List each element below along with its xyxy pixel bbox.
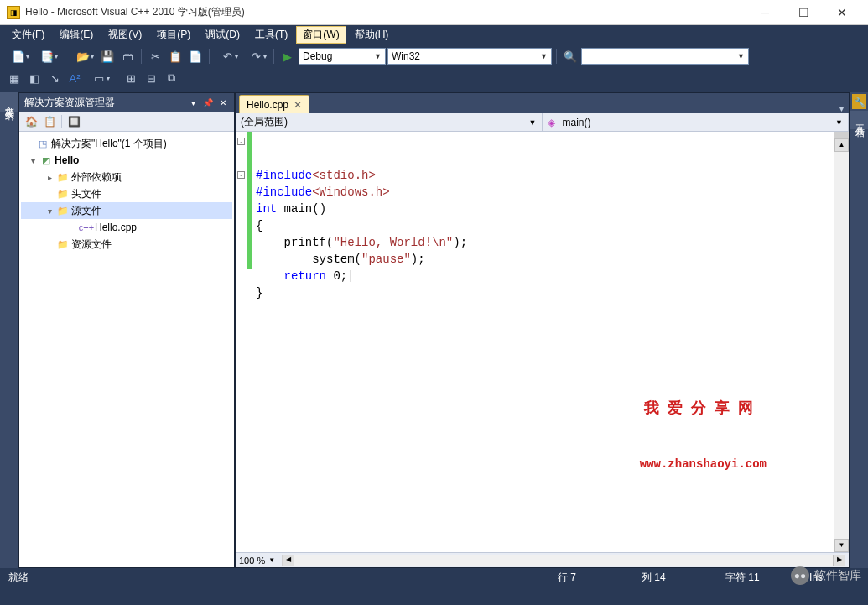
file-tab[interactable]: Hello.cpp ✕ <box>239 95 309 113</box>
code-line[interactable]: #include<stdio.h> <box>256 167 830 184</box>
tb2-btn5[interactable]: ▭ <box>86 69 112 87</box>
scroll-down-icon[interactable]: ▼ <box>834 539 849 552</box>
find-button[interactable]: 🔍 <box>561 47 580 65</box>
tb2-btn8[interactable]: ⧉ <box>162 69 180 87</box>
code-editor[interactable]: #include<stdio.h>#include<Windows.h>int … <box>252 132 834 552</box>
zoom-combo[interactable]: 100 %▼ <box>239 555 275 566</box>
tb2-btn6[interactable]: ⊞ <box>122 69 140 87</box>
sln-refresh-icon[interactable]: 📋 <box>41 113 58 130</box>
maximize-button[interactable]: ☐ <box>784 0 823 25</box>
tabstrip-dropdown-icon[interactable]: ▾ <box>834 104 849 113</box>
save-button[interactable]: 💾 <box>98 47 117 65</box>
horizontal-scrollbar[interactable]: ◀ ▶ <box>282 555 845 566</box>
solution-node[interactable]: ◳ 解决方案"Hello"(1 个项目) <box>21 135 232 152</box>
code-line[interactable]: printf("Hello, World!\n"); <box>256 234 830 251</box>
add-item-button[interactable]: 📑 <box>34 47 60 65</box>
menu-item[interactable]: 工具(T) <box>248 26 294 44</box>
menu-item[interactable]: 窗口(W) <box>296 26 346 44</box>
menu-item[interactable]: 视图(V) <box>101 26 148 44</box>
project-icon: ◩ <box>39 154 53 167</box>
tree-folder-node[interactable]: 📁资源文件 <box>21 236 232 253</box>
panel-dropdown-icon[interactable]: ▾ <box>187 96 199 108</box>
left-dock: 文档大纲 <box>0 92 18 568</box>
code-line[interactable]: } <box>256 284 830 301</box>
tb2-btn2[interactable]: ◧ <box>25 69 44 87</box>
start-debug-button[interactable]: ▶ <box>278 47 297 65</box>
menu-bar: 文件(F)编辑(E)视图(V)项目(P)调试(D)工具(T)窗口(W)帮助(H) <box>0 25 868 44</box>
method-icon: ◈ <box>548 117 559 128</box>
new-project-button[interactable]: 📄 <box>5 47 32 65</box>
open-file-button[interactable]: 📂 <box>70 47 96 65</box>
folder-open-icon: 📁 <box>56 204 70 217</box>
menu-item[interactable]: 项目(P) <box>150 26 197 44</box>
undo-button[interactable]: ↶ <box>214 47 241 65</box>
toolbox-tab[interactable]: 工具箱 <box>850 111 868 129</box>
folder-icon: 📁 <box>56 187 70 201</box>
tb2-btn7[interactable]: ⊟ <box>142 69 160 87</box>
watermark: 我爱分享网 www.zhanshaoyi.com <box>640 367 767 506</box>
solution-explorer-header: 解决方案资源管理器 ▾ 📌 ✕ <box>19 93 234 112</box>
collapse-toggle[interactable]: - <box>237 138 245 145</box>
sln-properties-icon[interactable]: 🔲 <box>65 113 82 130</box>
editor-tabstrip: Hello.cpp ✕ ▾ <box>236 93 849 113</box>
paste-button[interactable]: 📄 <box>186 47 205 65</box>
platform-combo[interactable]: Win32▼ <box>387 48 552 65</box>
code-line[interactable]: #include<Windows.h> <box>256 184 830 201</box>
solution-icon: ◳ <box>36 137 49 150</box>
title-bar: ◨ Hello - Microsoft Visual C++ 2010 学习版(… <box>0 0 868 25</box>
code-line[interactable]: int main() <box>256 201 830 217</box>
folder-icon: 📁 <box>56 237 70 251</box>
panel-close-icon[interactable]: ✕ <box>217 96 229 108</box>
nav-bar: (全局范围)▼ ◈ main()▼ <box>236 113 849 132</box>
doc-outline-tab[interactable]: 文档大纲 <box>0 92 18 112</box>
tb2-btn4[interactable]: A² <box>65 69 84 87</box>
minimize-button[interactable]: ─ <box>746 0 784 25</box>
tree-file-node[interactable]: c++Hello.cpp <box>21 219 232 236</box>
config-combo[interactable]: Debug▼ <box>299 48 386 65</box>
member-combo[interactable]: ◈ main()▼ <box>543 113 850 131</box>
project-node[interactable]: ▾ ◩ Hello <box>21 152 232 169</box>
code-line[interactable]: { <box>256 217 830 234</box>
file-tab-close-icon[interactable]: ✕ <box>294 99 302 111</box>
cpp-file-icon: c++ <box>80 221 93 234</box>
sln-home-icon[interactable]: 🏠 <box>23 113 39 130</box>
menu-item[interactable]: 帮助(H) <box>348 26 396 44</box>
tree-folder-node[interactable]: ▾📁源文件 <box>21 202 232 219</box>
menu-item[interactable]: 编辑(E) <box>53 26 100 44</box>
tree-folder-node[interactable]: 📁头文件 <box>21 185 232 202</box>
tb2-btn1[interactable]: ▦ <box>5 69 23 87</box>
status-col: 列 14 <box>642 571 692 585</box>
save-all-button[interactable]: 🗃 <box>118 47 137 65</box>
scope-combo[interactable]: (全局范围)▼ <box>236 113 543 131</box>
editor-footer: 100 %▼ ◀ ▶ <box>236 552 849 567</box>
file-tab-label: Hello.cpp <box>247 99 288 111</box>
outline-margin[interactable]: -- <box>236 132 247 552</box>
solution-tree[interactable]: ◳ 解决方案"Hello"(1 个项目) ▾ ◩ Hello ▸📁外部依赖项📁头… <box>19 132 234 567</box>
vertical-scrollbar[interactable]: ▲ ▼ <box>834 132 849 552</box>
copy-button[interactable]: 📋 <box>166 47 185 65</box>
tb2-btn3[interactable]: ↘ <box>45 69 64 87</box>
code-line[interactable]: return 0; <box>256 268 830 284</box>
status-line: 行 7 <box>558 571 608 585</box>
tree-folder-node[interactable]: ▸📁外部依赖项 <box>21 169 232 185</box>
menu-item[interactable]: 调试(D) <box>199 26 247 44</box>
close-button[interactable]: ✕ <box>823 0 861 25</box>
panel-pin-icon[interactable]: 📌 <box>202 96 214 108</box>
scroll-left-icon[interactable]: ◀ <box>283 555 294 566</box>
scroll-right-icon[interactable]: ▶ <box>833 555 845 566</box>
window-title: Hello - Microsoft Visual C++ 2010 学习版(管理… <box>25 5 746 19</box>
scroll-up-icon[interactable]: ▲ <box>834 138 849 152</box>
editor-area: Hello.cpp ✕ ▾ (全局范围)▼ ◈ main()▼ -- #incl… <box>235 92 850 568</box>
status-char: 字符 11 <box>725 571 776 585</box>
collapse-toggle[interactable]: - <box>237 171 245 179</box>
panel-title: 解决方案资源管理器 <box>24 96 115 110</box>
right-dock: 🔧 工具箱 <box>850 92 868 568</box>
code-line[interactable]: system("pause"); <box>256 251 830 268</box>
cut-button[interactable]: ✂ <box>146 47 164 65</box>
menu-item[interactable]: 文件(F) <box>5 26 51 44</box>
redo-button[interactable]: ↷ <box>242 47 269 65</box>
find-combo[interactable]: ▼ <box>581 48 749 65</box>
split-handle[interactable] <box>834 132 849 138</box>
folder-icon: 📁 <box>56 170 70 184</box>
app-icon: ◨ <box>7 6 20 19</box>
